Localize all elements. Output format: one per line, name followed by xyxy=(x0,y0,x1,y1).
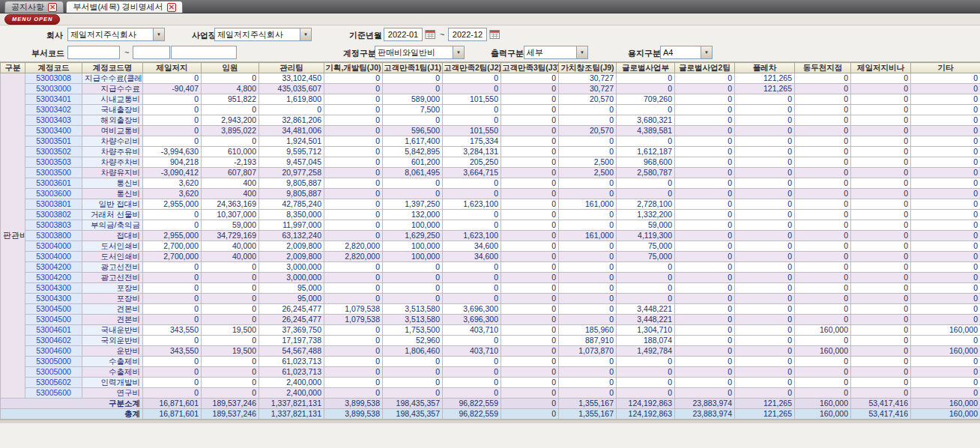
table-row[interactable]: 53004500견본비0026,245,4771,079,5383,513,58… xyxy=(1,315,980,325)
account-code[interactable]: 53003402 xyxy=(25,105,82,115)
account-code[interactable]: 53003803 xyxy=(25,220,82,231)
account-code[interactable]: 53003400 xyxy=(25,126,82,136)
column-header[interactable]: 고객만족2팀(J2) xyxy=(443,63,501,73)
period-to-input[interactable] xyxy=(448,28,487,41)
table-row[interactable]: 53004200광고선전비003,000,00000000000000 xyxy=(1,273,980,283)
account-code[interactable]: 53003008 xyxy=(25,73,82,84)
column-header[interactable]: 기획,개발팀(J0) xyxy=(324,63,383,73)
account-code[interactable]: 53004600 xyxy=(25,346,82,357)
table-row[interactable]: 53003402국내출장비00007,500000000000 xyxy=(1,105,980,115)
account-code[interactable]: 53004601 xyxy=(25,325,82,336)
site-select[interactable]: 제일저지주식회사 ▼ xyxy=(214,28,312,41)
column-header[interactable]: 임원 xyxy=(202,63,259,73)
table-row[interactable]: 53003503차량주차비904,218-2,1939,457,0450601,… xyxy=(1,157,980,168)
account-code[interactable]: 53003401 xyxy=(25,94,82,105)
period-from-input[interactable] xyxy=(384,28,423,41)
column-header[interactable]: 동두천지점 xyxy=(795,63,851,73)
menu-open-button[interactable]: MENU OPEN xyxy=(4,14,60,25)
column-header[interactable]: 기타 xyxy=(911,63,980,73)
column-header[interactable]: 제일저지비나 xyxy=(851,63,911,73)
table-row[interactable]: 53005602인력개발비002,400,00000000000000 xyxy=(1,378,980,388)
horizontal-scrollbar[interactable] xyxy=(0,420,980,423)
table-row[interactable]: 53004602국외운반비0017,197,738052,96000887,91… xyxy=(1,336,980,346)
account-code[interactable]: 53003503 xyxy=(25,157,82,168)
column-header[interactable]: 관리팀 xyxy=(259,63,324,73)
table-row[interactable]: 53004601국내운반비343,55019,50037,369,75001,7… xyxy=(1,325,980,336)
account-code[interactable]: 53005000 xyxy=(25,367,82,378)
account-code[interactable]: 53003500 xyxy=(25,168,82,178)
table-row[interactable]: 53004000도서인쇄비2,700,00040,0002,009,8002,8… xyxy=(1,252,980,262)
table-row[interactable]: 53003401시내교통비0951,8221,619,8000589,00010… xyxy=(1,94,980,105)
dept-code-from-input[interactable] xyxy=(67,46,120,59)
column-header[interactable]: 계정코드명 xyxy=(82,63,143,73)
account-code[interactable]: 53003502 xyxy=(25,147,82,157)
table-row[interactable]: 판관비53003008지급수수료(클레임0033,102,450000030,7… xyxy=(1,73,980,84)
table-row[interactable]: 53004600운반비343,55019,50054,567,48801,806… xyxy=(1,346,980,357)
company-select[interactable]: 제일저지주식회사 ▼ xyxy=(67,28,165,41)
account-code[interactable]: 53004000 xyxy=(25,252,82,262)
account-code[interactable]: 53005602 xyxy=(25,378,82,388)
close-icon[interactable]: ✕ xyxy=(48,3,57,12)
column-header[interactable]: 고객만족3팀(J3) xyxy=(501,63,559,73)
account-code[interactable]: 53003501 xyxy=(25,136,82,147)
tab-notice[interactable]: 공지사항 ✕ xyxy=(4,1,64,13)
table-row[interactable]: 53003802거래처 선물비010,307,0008,350,0000132,… xyxy=(1,210,980,220)
table-row[interactable]: 53003400여비교통비03,895,02234,481,0060596,50… xyxy=(1,126,980,136)
table-row[interactable]: 53003801일반 접대비2,955,00024,363,16942,785,… xyxy=(1,199,980,210)
dept-code-to-input[interactable] xyxy=(133,46,170,59)
column-header[interactable]: 고객만족1팀(J1) xyxy=(383,63,443,73)
amount-cell: 0 xyxy=(675,315,735,325)
dept-name-input[interactable] xyxy=(171,46,237,59)
account-code[interactable]: 53003600 xyxy=(25,189,82,199)
account-code[interactable]: 53004500 xyxy=(25,304,82,315)
account-code[interactable]: 53003802 xyxy=(25,210,82,220)
table-row[interactable]: 53003600통신비3,6204009,805,88700000000000 xyxy=(1,189,980,199)
tab-expense-report[interactable]: 부서별(세목) 경비명세서 ✕ xyxy=(66,1,183,13)
account-code[interactable]: 53004500 xyxy=(25,315,82,325)
table-row[interactable]: 53003803부의금/축의금059,00011,997,0000100,000… xyxy=(1,220,980,231)
account-code[interactable]: 53003403 xyxy=(25,115,82,126)
table-row[interactable]: 53004200광고선전비003,000,00000000000000 xyxy=(1,262,980,273)
calendar-icon[interactable] xyxy=(489,28,500,40)
table-row[interactable]: 53003403해외출장비02,943,20032,861,206000003,… xyxy=(1,115,980,126)
column-header[interactable]: 글로벌사업2팀 xyxy=(675,63,735,73)
table-row[interactable]: 53005000수출제비0061,023,71300000000000 xyxy=(1,357,980,367)
amount-cell: 0 xyxy=(617,262,675,273)
table-row[interactable]: 53003000지급수수료-90,4074,800435,035,6070000… xyxy=(1,84,980,94)
table-row[interactable]: 53005600연구비002,400,00000000000000 xyxy=(1,388,980,399)
table-row[interactable]: 53004300포장비0095,00000000000000 xyxy=(1,294,980,304)
table-row[interactable]: 53003601통신비3,6204009,805,88700000000000 xyxy=(1,178,980,189)
account-code[interactable]: 53003000 xyxy=(25,84,82,94)
table-row[interactable]: 53005000수출제비0061,023,71300000000000 xyxy=(1,367,980,378)
column-header[interactable]: 가치창조팀(J9) xyxy=(559,63,617,73)
account-code[interactable]: 53004200 xyxy=(25,262,82,273)
account-code[interactable]: 53004300 xyxy=(25,283,82,294)
column-header[interactable]: 제일저지 xyxy=(143,63,202,73)
account-code[interactable]: 53004200 xyxy=(25,273,82,283)
account-code[interactable]: 53005000 xyxy=(25,357,82,367)
table-row[interactable]: 53003500차량유지비-3,090,412607,80720,977,258… xyxy=(1,168,980,178)
column-header[interactable]: 구분 xyxy=(1,63,25,73)
account-code[interactable]: 53004602 xyxy=(25,336,82,346)
column-header[interactable]: 글로벌사업부 xyxy=(617,63,675,73)
account-code[interactable]: 53004000 xyxy=(25,241,82,252)
paper-type-select[interactable]: A4 ▼ xyxy=(660,46,713,59)
column-header[interactable]: 플레차 xyxy=(735,63,795,73)
table-row[interactable]: 53004000도서인쇄비2,700,00040,0002,009,8002,8… xyxy=(1,241,980,252)
account-type-select[interactable]: 판매비와일반비 ▼ xyxy=(375,46,465,59)
account-code[interactable]: 53003601 xyxy=(25,178,82,189)
output-type-select[interactable]: 세부 ▼ xyxy=(524,46,588,59)
column-header[interactable]: 계정코드 xyxy=(25,63,82,73)
close-icon[interactable]: ✕ xyxy=(167,3,176,12)
account-code[interactable]: 53005600 xyxy=(25,388,82,399)
table-row[interactable]: 53004500견본비0026,245,4771,079,5383,513,58… xyxy=(1,304,980,315)
amount-cell: 34,600 xyxy=(443,252,501,262)
table-row[interactable]: 53003501차량수리비001,924,50101,617,400175,33… xyxy=(1,136,980,147)
table-row[interactable]: 53003800접대비2,955,00034,729,16963,132,240… xyxy=(1,231,980,241)
account-code[interactable]: 53004300 xyxy=(25,294,82,304)
table-row[interactable]: 53004300포장비0095,00000000000000 xyxy=(1,283,980,294)
account-code[interactable]: 53003801 xyxy=(25,199,82,210)
calendar-icon[interactable] xyxy=(425,28,436,40)
table-row[interactable]: 53003502차량주유비-3,994,630610,0009,595,7120… xyxy=(1,147,980,157)
account-code[interactable]: 53003800 xyxy=(25,231,82,241)
